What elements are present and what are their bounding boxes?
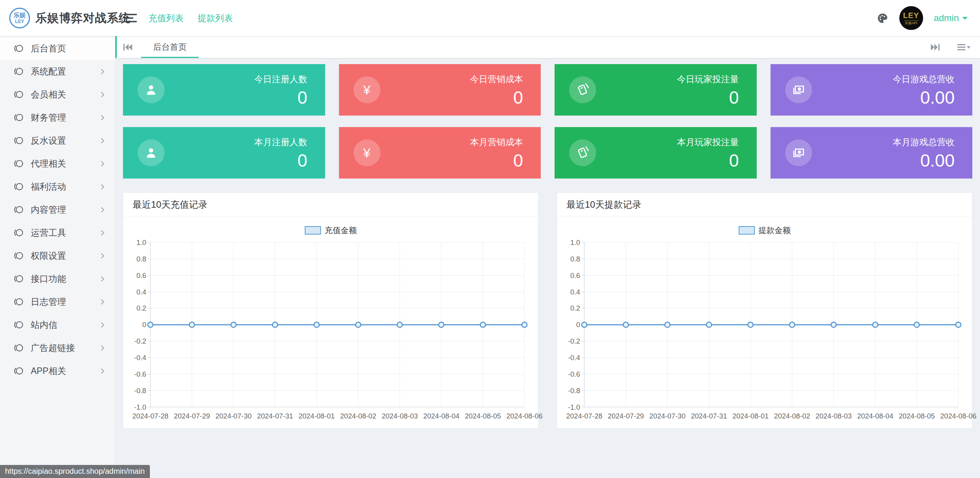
legend-swatch-icon bbox=[305, 226, 321, 235]
sidebar-item[interactable]: 代理相关 bbox=[0, 152, 115, 175]
header-nav-link[interactable]: 提款列表 bbox=[198, 12, 233, 24]
sidebar-item-label: 代理相关 bbox=[31, 158, 100, 170]
header-nav-link[interactable]: 充值列表 bbox=[148, 12, 184, 24]
svg-text:0.4: 0.4 bbox=[570, 288, 580, 296]
sidebar-item-label: 财务管理 bbox=[31, 112, 100, 124]
content-column: 后台首页 bbox=[115, 36, 980, 478]
sidebar-item-label: 权限设置 bbox=[31, 250, 100, 262]
circle-menu-icon bbox=[13, 343, 24, 353]
svg-text:-0.6: -0.6 bbox=[134, 370, 146, 378]
user-icon bbox=[145, 146, 158, 159]
stat-card: 今日玩家投注量 0 bbox=[555, 64, 757, 116]
yen-icon: ¥ bbox=[363, 83, 370, 98]
svg-text:2024-07-29: 2024-07-29 bbox=[174, 412, 210, 420]
sidebar-item[interactable]: 接口功能 bbox=[0, 267, 115, 290]
sidebar-item[interactable]: 会员相关 bbox=[0, 83, 115, 106]
line-chart: 1.00.80.60.40.20-0.2-0.4-0.6-0.8-1.02024… bbox=[563, 238, 966, 424]
banknote-icon-badge bbox=[785, 76, 812, 103]
user-icon bbox=[145, 83, 158, 96]
chevron-right-icon bbox=[100, 253, 105, 259]
banknote-icon bbox=[792, 146, 806, 160]
sidebar-item[interactable]: 福利活动 bbox=[0, 175, 115, 198]
svg-text:-0.8: -0.8 bbox=[134, 387, 146, 395]
logo-area: 乐娱 LEY 乐娱博弈对战系统 bbox=[0, 8, 115, 28]
stat-card-value: 0.00 bbox=[893, 152, 955, 169]
theme-button[interactable] bbox=[877, 12, 889, 24]
tab-bar: 后台首页 bbox=[115, 36, 980, 58]
avatar-divider bbox=[904, 20, 919, 21]
stat-card-value: 0 bbox=[677, 152, 739, 169]
user-menu[interactable]: admin bbox=[934, 13, 968, 23]
sidebar-item[interactable]: 权限设置 bbox=[0, 244, 115, 267]
circle-menu-icon bbox=[13, 66, 24, 76]
legend-swatch-icon bbox=[739, 226, 755, 235]
svg-text:0.8: 0.8 bbox=[570, 255, 580, 263]
tab-scroll-left-button[interactable] bbox=[117, 42, 139, 52]
tab-item[interactable]: 后台首页 bbox=[139, 36, 201, 58]
tab-scroll-right-button[interactable] bbox=[924, 42, 946, 52]
chevron-right-icon bbox=[100, 322, 105, 328]
brand-logo-icon: 乐娱 LEY bbox=[9, 8, 30, 28]
tab-scroll-right-icon bbox=[930, 42, 940, 52]
line-chart: 1.00.80.60.40.20-0.2-0.4-0.6-0.8-1.02024… bbox=[130, 238, 532, 424]
top-header: 乐娱 LEY 乐娱博弈对战系统 充值列表提款列表 LEY 乐娱API bbox=[0, 0, 980, 36]
main-layout: 后台首页 系统配置 会员相关 bbox=[0, 36, 980, 478]
chart-panel: 最近10天充值记录 充值金额 1.00.80.60.40.20-0.2-0.4-… bbox=[123, 192, 538, 428]
svg-text:2024-08-01: 2024-08-01 bbox=[733, 412, 769, 420]
circle-menu-icon bbox=[13, 205, 24, 215]
svg-text:2024-08-02: 2024-08-02 bbox=[774, 412, 810, 420]
sidebar-item[interactable]: 内容管理 bbox=[0, 198, 115, 221]
svg-text:0: 0 bbox=[142, 321, 146, 329]
stat-card-label: 今日注册人数 bbox=[254, 73, 307, 85]
sidebar-item[interactable]: 后台首页 bbox=[0, 37, 115, 60]
user-avatar[interactable]: LEY 乐娱API bbox=[899, 6, 923, 30]
svg-text:2024-08-03: 2024-08-03 bbox=[816, 412, 852, 420]
tab-options-button[interactable] bbox=[957, 42, 971, 52]
circle-menu-icon bbox=[13, 43, 24, 53]
legend-label: 提款金额 bbox=[759, 225, 791, 236]
sidebar-item[interactable]: 日志管理 bbox=[0, 290, 115, 313]
chart-panels: 最近10天充值记录 充值金额 1.00.80.60.40.20-0.2-0.4-… bbox=[123, 192, 972, 428]
link-preview-statusbar: https://caipiao.sproduct.shop/admin/main bbox=[0, 465, 150, 478]
svg-text:0.2: 0.2 bbox=[136, 304, 146, 312]
chart-legend[interactable]: 充值金额 bbox=[130, 224, 532, 237]
circle-menu-icon bbox=[13, 366, 24, 376]
stat-card: 本月玩家投注量 0 bbox=[555, 127, 757, 179]
logo-text-zh: 乐娱 bbox=[13, 12, 26, 18]
sidebar-item[interactable]: 反水设置 bbox=[0, 129, 115, 152]
sidebar-item[interactable]: 广告超链接 bbox=[0, 336, 115, 359]
chevron-right-icon bbox=[100, 345, 105, 351]
sidebar-item[interactable]: 运营工具 bbox=[0, 221, 115, 244]
app-title: 乐娱博弈对战系统 bbox=[35, 10, 131, 26]
svg-text:2024-07-31: 2024-07-31 bbox=[691, 412, 727, 420]
chevron-right-icon bbox=[100, 207, 105, 213]
chart-legend[interactable]: 提款金额 bbox=[563, 224, 966, 237]
stat-card-label: 本月玩家投注量 bbox=[677, 136, 739, 148]
svg-text:2024-07-29: 2024-07-29 bbox=[608, 412, 644, 420]
circle-menu-icon bbox=[13, 112, 24, 122]
svg-text:2024-08-06: 2024-08-06 bbox=[940, 412, 977, 420]
chevron-right-icon bbox=[100, 68, 105, 75]
palette-icon bbox=[877, 12, 889, 24]
sidebar-item-label: 内容管理 bbox=[31, 204, 100, 216]
chevron-right-icon bbox=[100, 230, 105, 236]
circle-menu-icon bbox=[13, 251, 24, 261]
svg-text:2024-08-05: 2024-08-05 bbox=[465, 412, 501, 420]
sidebar-item[interactable]: APP相关 bbox=[0, 359, 115, 382]
sidebar-item[interactable]: 财务管理 bbox=[0, 106, 115, 129]
svg-text:0.6: 0.6 bbox=[570, 271, 580, 280]
sidebar-item-label: 后台首页 bbox=[31, 43, 100, 55]
sidebar-item-label: 系统配置 bbox=[31, 66, 100, 78]
chart-panel-title: 最近10天提款记录 bbox=[557, 193, 972, 217]
sidebar-collapse-button[interactable] bbox=[124, 13, 137, 23]
stat-card-value: 0 bbox=[254, 89, 307, 106]
svg-text:2024-07-30: 2024-07-30 bbox=[649, 412, 686, 420]
sidebar-item[interactable]: 站内信 bbox=[0, 313, 115, 336]
circle-menu-icon bbox=[13, 182, 24, 192]
stat-card-label: 本月游戏总营收 bbox=[893, 136, 955, 148]
yen-icon: ¥ bbox=[363, 146, 370, 160]
sidebar-item[interactable]: 系统配置 bbox=[0, 60, 115, 83]
sidebar: 后台首页 系统配置 会员相关 bbox=[0, 36, 115, 478]
svg-text:2024-08-02: 2024-08-02 bbox=[340, 412, 376, 420]
chevron-right-icon bbox=[100, 368, 105, 374]
